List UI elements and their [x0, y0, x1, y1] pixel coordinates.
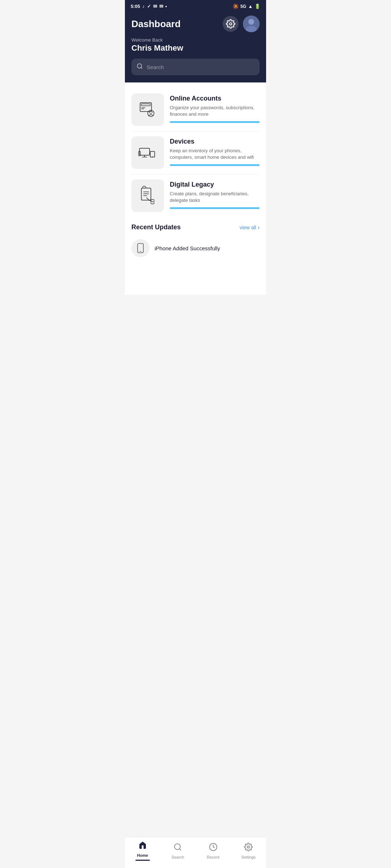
status-bar: 5:05 ♪ ✓ ✉ ✉ • 🔕 5G ▲ 🔋	[125, 0, 266, 11]
check-icon: ✓	[147, 4, 151, 9]
devices-desc: Keep an inventory of your phones, comput…	[170, 148, 260, 161]
view-all-label: view all	[240, 225, 256, 230]
digital-legacy-icon	[131, 179, 164, 212]
update-item[interactable]: iPhone Added Successfully	[131, 236, 260, 260]
devices-icon	[131, 136, 164, 169]
devices-title: Devices	[170, 138, 260, 145]
iphone-icon	[135, 242, 146, 254]
online-accounts-icon	[131, 93, 164, 126]
user-avatar-icon	[243, 16, 260, 32]
gear-icon	[226, 19, 235, 29]
chevron-right-icon: ›	[258, 224, 260, 231]
header-top: Dashboard	[131, 16, 260, 32]
svg-rect-11	[139, 148, 150, 155]
svg-rect-6	[142, 104, 151, 106]
online-accounts-progress	[170, 121, 260, 123]
network-label: 5G	[240, 4, 246, 9]
digital-legacy-body: Digital Legacy Create plans, designate b…	[170, 179, 260, 209]
devices-progress	[170, 164, 260, 166]
time: 5:05	[131, 4, 140, 9]
avatar[interactable]	[243, 16, 260, 32]
digital-legacy-desc: Create plans, designate beneficiaries, d…	[170, 191, 260, 204]
online-accounts-card[interactable]: Online Accounts Organize your passwords,…	[131, 88, 260, 131]
battery-icon: 🔋	[255, 4, 260, 9]
page-title: Dashboard	[131, 18, 181, 30]
header: Dashboard Welcome Back Chris Mathew	[125, 11, 266, 82]
digital-legacy-svg	[138, 186, 158, 206]
svg-point-4	[137, 64, 142, 68]
recent-updates-header: Recent Updates view all ›	[131, 217, 260, 236]
svg-point-0	[230, 23, 232, 25]
welcome-text: Welcome Back	[131, 37, 260, 43]
online-accounts-title: Online Accounts	[170, 95, 260, 102]
digital-legacy-progress	[170, 207, 260, 209]
main-content: Online Accounts Organize your passwords,…	[125, 82, 266, 295]
avatar-image	[243, 16, 260, 32]
mail2-icon: ✉	[159, 4, 163, 9]
dot-icon: •	[165, 4, 167, 9]
svg-point-2	[248, 19, 254, 25]
mail-icon: ✉	[153, 4, 157, 9]
online-accounts-svg	[138, 99, 158, 120]
digital-legacy-card[interactable]: Digital Legacy Create plans, designate b…	[131, 174, 260, 217]
devices-body: Devices Keep an inventory of your phones…	[170, 136, 260, 166]
devices-svg	[138, 142, 158, 163]
status-left: 5:05 ♪ ✓ ✉ ✉ •	[131, 4, 167, 9]
search-icon	[136, 63, 143, 71]
devices-card[interactable]: Devices Keep an inventory of your phones…	[131, 131, 260, 174]
online-accounts-desc: Organize your passwords, subscriptions, …	[170, 105, 260, 118]
bottom-spacer	[131, 260, 260, 289]
svg-rect-18	[142, 188, 151, 200]
search-placeholder: Search	[147, 64, 164, 70]
settings-toggle-button[interactable]	[223, 16, 239, 32]
user-name: Chris Mathew	[131, 43, 260, 53]
online-accounts-body: Online Accounts Organize your passwords,…	[170, 93, 260, 123]
search-bar[interactable]: Search	[131, 59, 260, 75]
view-all-button[interactable]: view all ›	[240, 224, 260, 231]
signal-icon: ▲	[248, 4, 253, 9]
update-text: iPhone Added Successfully	[155, 245, 220, 251]
recent-updates-title: Recent Updates	[131, 224, 181, 231]
status-right: 🔕 5G ▲ 🔋	[233, 4, 260, 9]
digital-legacy-title: Digital Legacy	[170, 181, 260, 188]
music-icon: ♪	[142, 4, 145, 9]
header-icons	[223, 16, 260, 32]
update-icon	[131, 239, 150, 257]
mute-icon: 🔕	[233, 4, 239, 9]
